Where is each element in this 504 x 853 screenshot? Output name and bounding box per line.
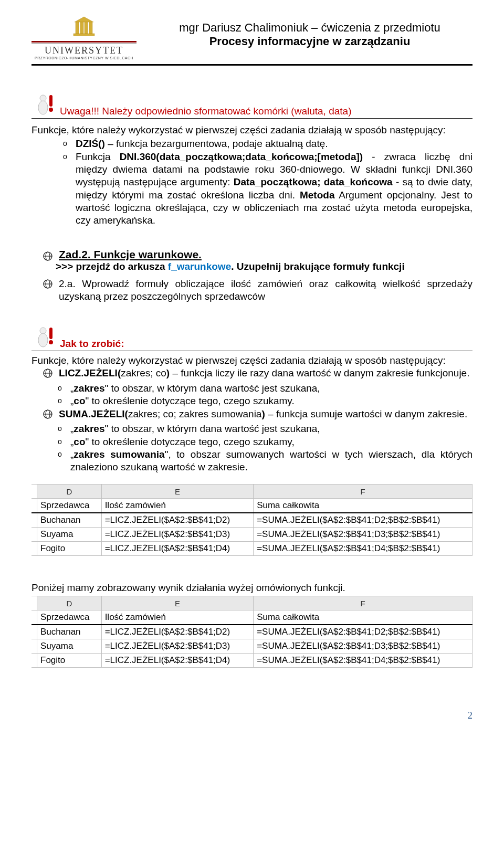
table-row: Fogito =LICZ.JEŻELI($A$2:$B$41;D4) =SUMA… [32,542,472,556]
table-header: Suma całkowita [254,499,472,513]
svg-point-17 [38,333,48,347]
task-2a-text: 2.a. Wprowadź formuły obliczające ilość … [59,278,472,303]
func-dzis-item: o DZIŚ() – funkcja bezargumentowa, podaj… [63,138,472,150]
func-sumajezeli-item: SUMA.JEŻELI(zakres; co; zakres sumowania… [59,408,467,421]
globe-icon [43,409,52,419]
col-letter: F [254,485,472,499]
table-row: Buchanan =LICZ.JEŻELI($A$2:$B$41;D2) =SU… [32,625,472,639]
formula-table-1: D E F Sprzedawca Ilość zamówień Suma cał… [32,484,472,556]
svg-rect-1 [76,22,79,34]
howto-intro: Funkcje, które należy wykorzystać w pier… [32,354,472,367]
svg-point-16 [40,328,46,334]
university-logo-block: UNIWERSYTET PRZYRODNICZO-HUMANISTYCZNY W… [32,16,136,60]
svg-rect-8 [49,95,52,107]
table-header: Ilość zamówień [101,499,254,513]
sumajezeli-arg-co: o „co" to określenie dotyczące tego, cze… [58,436,472,448]
svg-rect-2 [80,22,83,34]
svg-rect-4 [89,22,92,34]
table-row: Suyama =LICZ.JEŻELI($A$2:$B$41;D3) =SUMA… [32,639,472,654]
sumajezeli-arg-zakres: o „zakres" to obszar, w którym dana wart… [58,423,472,435]
svg-rect-5 [74,34,94,36]
howto-label: Jak to zrobić: [60,338,124,350]
func-liczjezeli-item: LICZ.JEŻELI(zakres; co) – funkcja liczy … [59,367,469,380]
col-letter: E [101,485,254,499]
university-name: UNIWERSYTET [32,45,136,56]
col-letter: D [37,485,102,499]
func-dni360-name: DNI.360(data_początkowa;data_końcowa;[me… [120,151,363,162]
table-header: Suma całkowita [254,610,472,625]
func-dni360-item: o Funkcja DNI.360(data_początkowa;data_k… [63,151,472,227]
intro-paragraph: Funkcje, które należy wykorzystać w pier… [32,124,472,136]
svg-marker-0 [75,17,93,22]
table-row: Buchanan =LICZ.JEŻELI($A$2:$B$41;D2) =SU… [32,513,472,528]
svg-point-6 [40,95,46,101]
warning-callout: Uwaga!!! Należy odpowiednio sformatować … [32,92,472,119]
liczjezeli-arg-co: o „co" to określenie dotyczące tego, cze… [58,395,472,407]
document-header: UNIWERSYTET PRZYRODNICZO-HUMANISTYCZNY W… [32,16,472,66]
result-note: Poniżej mamy zobrazowany wynik działania… [32,582,472,594]
header-course-title: Procesy informacyjne w zarządzaniu [147,35,472,48]
university-subtitle: PRZYRODNICZO-HUMANISTYCZNY W SIEDLCACH [32,56,136,60]
svg-rect-18 [49,328,52,339]
liczjezeli-arg-zakres: o „zakres" to obszar, w którym dana wart… [58,382,472,395]
table-row: Fogito =LICZ.JEŻELI($A$2:$B$41;D4) =SUMA… [32,654,472,668]
col-letter: D [37,596,102,610]
table-header: Sprzedawca [37,610,102,625]
svg-rect-3 [85,22,88,34]
section-2-instruction: >>> przejdź do arkusza f_warunkowe. Uzup… [56,261,472,272]
table-header: Ilość zamówień [101,610,254,625]
func-dzis-name: DZIŚ() [76,138,105,149]
howto-callout: Jak to zrobić: [32,324,472,351]
university-logo-icon [68,16,100,37]
sumajezeli-arg-zakres-sum: o „zakres sumowania", to obszar sumowany… [58,448,472,474]
globe-icon [43,251,52,261]
header-author-line: mgr Dariusz Chalimoniuk – ćwiczenia z pr… [147,21,472,35]
warning-text: Uwaga!!! Należy odpowiednio sformatować … [60,106,351,117]
table-row: Suyama =LICZ.JEŻELI($A$2:$B$41;D3) =SUMA… [32,528,472,542]
formula-table-2: D E F Sprzedawca Ilość zamówień Suma cał… [32,596,472,668]
svg-point-7 [38,101,48,114]
warning-figure-icon [32,92,57,117]
section-2-title: Zad.2. Funkcje warunkowe. [59,248,202,261]
page-number: 2 [32,710,472,721]
warning-figure-icon [32,324,57,350]
globe-icon [43,368,52,378]
svg-point-9 [49,108,53,112]
col-letter: F [254,596,472,610]
col-letter: E [101,596,254,610]
globe-icon [43,279,52,289]
svg-point-19 [49,340,53,344]
table-header: Sprzedawca [37,499,102,513]
